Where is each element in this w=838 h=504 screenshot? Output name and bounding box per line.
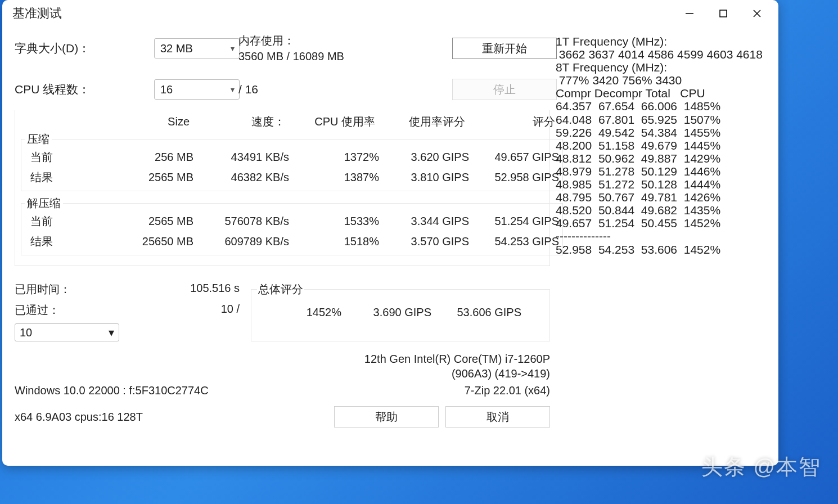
os-info: Windows 10.0 22000 : f:5F310C2774C — [15, 384, 209, 397]
cell-usage: 3.344 GIPS — [379, 215, 469, 228]
hdr-cpu: CPU 使用率 — [285, 114, 375, 129]
maximize-button[interactable] — [706, 2, 740, 25]
cpu-name: 12th Gen Intel(R) Core(TM) i7-1260P — [364, 352, 550, 366]
cell-speed: 576078 KB/s — [193, 215, 289, 228]
decompress-legend: 解压缩 — [25, 196, 63, 211]
minimize-button[interactable] — [673, 2, 706, 25]
chevron-down-icon: ▾ — [109, 326, 114, 339]
memory-value: 3560 MB / 16089 MB — [238, 48, 452, 64]
cell-usage: 3.620 GIPS — [379, 151, 469, 164]
hdr-size: Size — [88, 115, 190, 128]
memory-block: 内存使用： 3560 MB / 16089 MB — [238, 33, 452, 64]
titlebar[interactable]: 基准测试 — [2, 0, 778, 27]
stop-button: 停止 — [452, 79, 557, 100]
cancel-button[interactable]: 取消 — [445, 406, 550, 428]
dict-size-value: 32 MB — [160, 42, 193, 55]
threads-total: / 16 — [238, 83, 452, 96]
arch-info: x64 6.9A03 cpus:16 128T — [15, 411, 143, 424]
results-table: Size 速度： CPU 使用率 使用率评分 评分 压缩 当前 256 MB 4… — [15, 110, 550, 266]
elapsed-value: 105.516 s — [190, 282, 240, 297]
elapsed-label: 已用时间： — [15, 282, 71, 297]
compress-group: 压缩 当前 256 MB 43491 KB/s 1372% 3.620 GIPS… — [21, 132, 563, 191]
cell-cpu: 1387% — [289, 171, 379, 184]
cell-rating: 54.253 GIPS — [469, 235, 559, 248]
cell-speed: 609789 KB/s — [193, 235, 289, 248]
compress-legend: 压缩 — [25, 132, 52, 147]
row-label: 结果 — [25, 234, 92, 249]
passes-select[interactable]: 10 ▾ — [15, 323, 119, 341]
total-legend: 总体评分 — [257, 282, 304, 297]
table-header: Size 速度： CPU 使用率 使用率评分 评分 — [21, 111, 544, 132]
main-panel: 字典大小(D)： 32 MB ▾ 内存使用： 3560 MB / 16089 M… — [15, 33, 550, 459]
lower-area: 已用时间： 105.516 s 已通过： 10 / 10 ▾ 总体评分 — [15, 282, 550, 341]
dict-size-select[interactable]: 32 MB ▾ — [154, 38, 240, 58]
cell-size: 2565 MB — [92, 171, 193, 184]
hdr-speed: 速度： — [190, 114, 285, 129]
cell-size: 25650 MB — [92, 235, 193, 248]
cell-rating: 51.254 GIPS — [469, 215, 559, 228]
cell-cpu: 1533% — [289, 215, 379, 228]
cell-usage: 3.570 GIPS — [379, 235, 469, 248]
benchmark-window: 基准测试 字典大小(D)： 32 MB ▾ 内存使用： 3560 MB / 16… — [2, 0, 778, 466]
bottom-bar: x64 6.9A03 cpus:16 128T 帮助 取消 — [15, 406, 550, 428]
decompress-group: 解压缩 当前 2565 MB 576078 KB/s 1533% 3.344 G… — [21, 196, 563, 255]
restart-button[interactable]: 重新开始 — [452, 38, 557, 59]
table-row: 结果 25650 MB 609789 KB/s 1518% 3.570 GIPS… — [25, 231, 559, 251]
cell-cpu: 1518% — [289, 235, 379, 248]
chevron-down-icon: ▾ — [231, 44, 235, 53]
passes-value: 10 / — [221, 303, 240, 318]
row-label: 当前 — [25, 150, 92, 165]
svg-rect-1 — [720, 10, 727, 17]
watermark: 头条 @本智 — [701, 453, 821, 482]
client-area: 字典大小(D)： 32 MB ▾ 内存使用： 3560 MB / 16089 M… — [2, 27, 778, 466]
table-row: 当前 256 MB 43491 KB/s 1372% 3.620 GIPS 49… — [25, 147, 559, 167]
elapsed-block: 已用时间： 105.516 s 已通过： 10 / 10 ▾ — [15, 282, 240, 341]
system-info: 12th Gen Intel(R) Core(TM) i7-1260P (906… — [15, 352, 550, 397]
cell-size: 2565 MB — [92, 215, 193, 228]
config-grid: 字典大小(D)： 32 MB ▾ 内存使用： 3560 MB / 16089 M… — [15, 33, 550, 100]
cell-cpu: 1372% — [289, 151, 379, 164]
sevenzip-version: 7-Zip 22.01 (x64) — [465, 384, 550, 397]
cpu-id: (906A3) (419->419) — [364, 366, 550, 381]
window-title: 基准测试 — [12, 5, 673, 22]
threads-label: CPU 线程数： — [15, 82, 154, 97]
hdr-rating: 评分 — [465, 114, 555, 129]
cell-rating: 49.657 GIPS — [469, 151, 559, 164]
table-row: 结果 2565 MB 46382 KB/s 1387% 3.810 GIPS 5… — [25, 167, 559, 187]
cell-speed: 43491 KB/s — [193, 151, 289, 164]
total-cpu: 1452% — [257, 306, 341, 319]
log-panel: 1T Frequency (MHz): 3662 3637 4014 4586 … — [556, 33, 772, 459]
row-label: 当前 — [25, 214, 92, 229]
help-button[interactable]: 帮助 — [334, 406, 439, 428]
passes-label: 已通过： — [15, 303, 60, 318]
close-button[interactable] — [740, 2, 774, 25]
cell-usage: 3.810 GIPS — [379, 171, 469, 184]
memory-label: 内存使用： — [238, 33, 452, 48]
window-controls — [673, 2, 774, 25]
cell-size: 256 MB — [92, 151, 193, 164]
passes-select-value: 10 — [20, 326, 32, 339]
threads-select[interactable]: 16 ▾ — [154, 79, 240, 100]
total-group: 总体评分 1452% 3.690 GIPS 53.606 GIPS — [251, 282, 550, 341]
total-usage: 3.690 GIPS — [341, 306, 431, 319]
cell-speed: 46382 KB/s — [193, 171, 289, 184]
hdr-usage: 使用率评分 — [375, 114, 465, 129]
table-row: 当前 2565 MB 576078 KB/s 1533% 3.344 GIPS … — [25, 211, 559, 231]
threads-value: 16 — [160, 83, 173, 96]
dict-size-label: 字典大小(D)： — [15, 40, 154, 56]
total-rating: 53.606 GIPS — [431, 306, 521, 319]
row-label: 结果 — [25, 170, 92, 185]
chevron-down-icon: ▾ — [231, 85, 235, 94]
cell-rating: 52.958 GIPS — [469, 171, 559, 184]
